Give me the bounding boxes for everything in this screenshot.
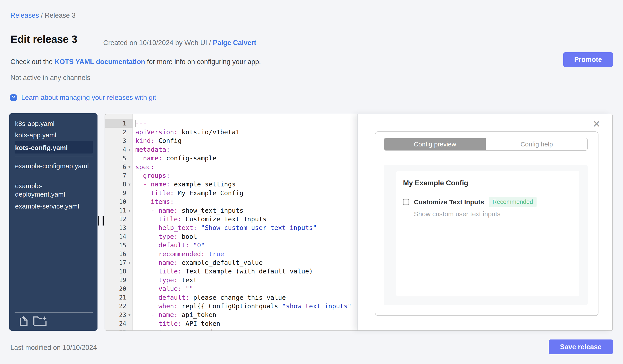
file-item[interactable]: example-service.yaml bbox=[15, 202, 89, 210]
preview-viewport: My Example Config Customize Text Inputs … bbox=[384, 165, 588, 305]
breadcrumb-releases-link[interactable]: Releases bbox=[10, 12, 39, 19]
last-modified-text: Last modified on 10/10/2024 bbox=[10, 344, 97, 352]
line-number: 12 bbox=[105, 216, 126, 222]
code-text: title: API token bbox=[133, 320, 220, 327]
breadcrumb: Releases / Release 3 bbox=[10, 12, 76, 20]
code-text: apiVersion: kots.io/v1beta1 bbox=[133, 128, 239, 136]
code-text: value: "" bbox=[133, 285, 193, 292]
new-file-icon[interactable] bbox=[20, 315, 29, 326]
preview-tabs: Config preview Config help bbox=[384, 138, 588, 151]
git-releases-link[interactable]: Learn about managing your releases with … bbox=[21, 94, 156, 101]
file-item[interactable]: kots-config.yaml bbox=[15, 143, 89, 152]
config-item-label: Customize Text Inputs bbox=[414, 198, 484, 206]
code-text: - name: example_default_value bbox=[133, 259, 263, 266]
line-number: 23 bbox=[105, 311, 126, 318]
docs-hint: Check out the KOTS YAML documentation fo… bbox=[10, 58, 261, 66]
tab-config-help[interactable]: Config help bbox=[486, 138, 587, 150]
line-number: 20 bbox=[105, 285, 126, 292]
code-text: title: Customize Text Inputs bbox=[133, 215, 267, 223]
fold-arrow-icon[interactable]: ▾ bbox=[126, 182, 133, 187]
line-number: 11 bbox=[105, 207, 126, 214]
line-number: 7 bbox=[105, 172, 126, 179]
breadcrumb-current: Release 3 bbox=[45, 12, 76, 19]
config-group-title: My Example Config bbox=[403, 179, 468, 187]
code-text: default: please change this value bbox=[133, 294, 286, 301]
kots-yaml-docs-link[interactable]: KOTS YAML documentation bbox=[55, 58, 145, 66]
config-item-help-text: Show custom user text inputs bbox=[414, 210, 501, 218]
new-folder-icon[interactable] bbox=[33, 315, 48, 326]
code-text: items: bbox=[133, 198, 174, 205]
close-icon[interactable]: ✕ bbox=[593, 120, 601, 129]
file-item[interactable]: example-deployment.yaml bbox=[15, 182, 89, 199]
line-number: 19 bbox=[105, 277, 126, 283]
line-number: 6 bbox=[105, 163, 126, 170]
code-text: title: Text Example (with default value) bbox=[133, 267, 313, 275]
code-text: groups: bbox=[133, 172, 170, 179]
code-text: type: text bbox=[133, 276, 197, 284]
line-number: 17 bbox=[105, 259, 126, 266]
line-number: 8 bbox=[105, 181, 126, 188]
sidebar-divider bbox=[15, 312, 93, 313]
code-text: - name: example_settings bbox=[133, 181, 236, 188]
code-text: spec: bbox=[133, 163, 155, 171]
line-number: 1 bbox=[105, 120, 126, 127]
file-item[interactable]: example-configmap.yaml bbox=[15, 162, 89, 170]
code-text: metadata: bbox=[133, 146, 170, 153]
line-number: 14 bbox=[105, 233, 126, 240]
file-sidebar: k8s-app.yamlkots-app.yamlkots-config.yam… bbox=[9, 113, 97, 331]
line-number: 18 bbox=[105, 268, 126, 275]
config-preview-panel: ✕ Config preview Config help My Example … bbox=[357, 114, 612, 330]
code-text: - name: show_text_inputs bbox=[133, 207, 244, 214]
code-text: - name: api_token bbox=[133, 311, 216, 319]
line-number: 22 bbox=[105, 303, 126, 309]
line-number: 13 bbox=[105, 224, 126, 231]
line-number: 4 bbox=[105, 146, 126, 153]
line-number: 25 bbox=[105, 329, 126, 331]
line-number: 9 bbox=[105, 189, 126, 196]
file-item[interactable]: kots-app.yaml bbox=[15, 131, 89, 139]
fold-arrow-icon[interactable]: ▾ bbox=[126, 147, 133, 152]
code-text: help_text: "Show custom user text inputs… bbox=[133, 224, 317, 231]
config-item-row: Customize Text Inputs Recommended bbox=[403, 197, 536, 207]
page-title: Edit release 3 bbox=[10, 33, 77, 45]
text-cursor bbox=[135, 120, 135, 127]
sidebar-resize-handle[interactable] bbox=[98, 216, 104, 225]
fold-arrow-icon[interactable]: ▾ bbox=[126, 164, 133, 169]
line-number: 21 bbox=[105, 294, 126, 301]
file-item[interactable]: k8s-app.yaml bbox=[15, 120, 89, 128]
recommended-badge: Recommended bbox=[489, 197, 536, 207]
code-text: type: password bbox=[133, 328, 212, 331]
code-text: when: repl{{ ConfigOptionEquals "show_te… bbox=[133, 302, 352, 310]
config-group-card: My Example Config Customize Text Inputs … bbox=[396, 171, 579, 296]
customize-text-inputs-checkbox[interactable] bbox=[403, 199, 409, 205]
line-number: 2 bbox=[105, 129, 126, 136]
channel-status: Not active in any channels bbox=[10, 74, 90, 82]
code-text: type: bool bbox=[133, 233, 197, 240]
code-text: default: "0" bbox=[133, 242, 205, 249]
tab-config-preview[interactable]: Config preview bbox=[384, 138, 486, 150]
breadcrumb-separator: / bbox=[41, 12, 45, 19]
save-release-button[interactable]: Save release bbox=[549, 340, 613, 354]
code-text: name: config-sample bbox=[133, 154, 216, 162]
code-text: recommended: true bbox=[133, 250, 224, 258]
fold-arrow-icon[interactable]: ▾ bbox=[126, 312, 133, 317]
code-text: kind: Config bbox=[133, 137, 182, 144]
git-releases-link-row[interactable]: ? Learn about managing your releases wit… bbox=[10, 94, 156, 101]
line-number: 3 bbox=[105, 137, 126, 144]
line-number: 10 bbox=[105, 198, 126, 205]
author-link[interactable]: Paige Calvert bbox=[213, 39, 256, 47]
created-info: Created on 10/10/2024 by Web UI / Paige … bbox=[103, 39, 256, 47]
sidebar-divider bbox=[15, 157, 93, 157]
created-text: Created on 10/10/2024 by Web UI / bbox=[103, 39, 213, 47]
promote-button[interactable]: Promote bbox=[563, 52, 613, 67]
line-number: 24 bbox=[105, 320, 126, 327]
line-number: 5 bbox=[105, 155, 126, 162]
help-icon: ? bbox=[10, 94, 17, 101]
fold-arrow-icon[interactable]: ▾ bbox=[126, 208, 133, 213]
code-text: title: My Example Config bbox=[133, 189, 244, 197]
line-number: 16 bbox=[105, 250, 126, 257]
fold-arrow-icon[interactable]: ▾ bbox=[126, 260, 133, 265]
preview-card: Config preview Config help My Example Co… bbox=[375, 131, 599, 316]
line-number: 15 bbox=[105, 242, 126, 249]
